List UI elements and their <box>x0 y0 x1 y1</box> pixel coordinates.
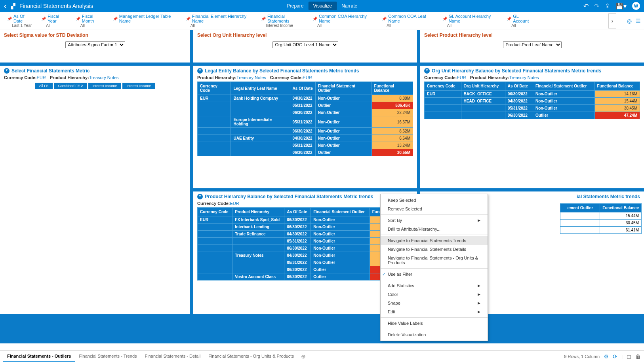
filter-gl-account[interactable]: 📌GL AccountAll <box>502 12 537 29</box>
menu-item[interactable]: Add Statistics▶ <box>381 281 488 290</box>
org-panel: Select Org Unit Hierarchy level Org Unit… <box>193 30 417 63</box>
filter-management-ledger-table-name[interactable]: 📌Management Ledger Table Name <box>108 12 181 29</box>
metric-btn[interactable]: All FE <box>35 82 53 89</box>
prod-select[interactable]: Product.Prod Leaf Name <box>503 41 562 48</box>
filter-financial-statements[interactable]: 📌Financial StatementsInterest Income <box>256 12 308 29</box>
tab-narrate[interactable]: Narrate <box>337 2 362 10</box>
context-menu[interactable]: Keep SelectedRemove SelectedSort By▶Dril… <box>380 194 488 341</box>
filter-common-coa-hierarchy-name[interactable]: 📌Common COA Hierarchy NameAll <box>308 12 377 29</box>
table-row[interactable]: 05/31/2022Non-Outlier13.24M <box>198 142 413 149</box>
sigma-title: Select Sigma value for STD Deviation <box>4 32 186 38</box>
org-unit-table[interactable]: Currency CodeOrg Unit HierarchyAs Of Dat… <box>424 81 640 119</box>
filter-bar: 📌As Of DateLast 1 Year📌Fiscal YearAll📌Fi… <box>0 12 644 30</box>
table-row[interactable]: EURBACK_OFFICE06/30/2022Non-Outlier14.16… <box>425 91 640 98</box>
menu-item[interactable]: Drill to Attribute/Hierarchy... <box>381 225 488 233</box>
filter-financial-element-hierarchy-name[interactable]: 📌Financial Element Hierarchy NameAll <box>181 12 256 29</box>
menu-item[interactable]: Navigate to Financial Statements Trends <box>381 236 488 245</box>
list-icon[interactable]: ☰ <box>636 18 641 24</box>
metric-title: Select Financial Statements Metric <box>4 68 186 74</box>
org-unit-panel: Org Unit Hierarchy Balance by Selected F… <box>420 66 644 188</box>
filter-fiscal-month[interactable]: 📌Fiscal MonthAll <box>71 12 108 29</box>
bottom-tab[interactable]: Financial Statements - Detail <box>141 351 205 362</box>
menu-item[interactable]: Navigate to Financial Statements - Org U… <box>381 254 488 267</box>
undo-icon[interactable]: ↶ <box>583 2 589 10</box>
table-row[interactable]: UAE Entity04/30/2022Non-Outlier6.64M <box>198 135 413 142</box>
bottom-bar: Financial Statements - OutliersFinancial… <box>0 350 644 362</box>
refresh-icon[interactable]: ⟳ <box>613 353 617 360</box>
bottom-tab[interactable]: Financial Statements - Org Units & Produ… <box>204 351 298 362</box>
mode-tabs: Prepare Visualize Narrate <box>282 2 362 10</box>
sort-icon[interactable]: ⚙ <box>604 353 609 360</box>
metric-btn[interactable]: Interest Income <box>88 82 121 89</box>
table-row[interactable]: EURBank Holding Company04/30/2022Non-Out… <box>198 95 413 102</box>
prod-title: Select Product Hierarchy level <box>424 32 640 38</box>
menu-item[interactable]: Delete Visualization <box>381 330 488 339</box>
header-actions: ↶ ↷ ⇪ 💾▾ W <box>583 2 640 10</box>
table-row[interactable]: Europe Intermediate Holding05/31/2022Non… <box>198 116 413 128</box>
menu-item[interactable]: Remove Selected <box>381 205 488 213</box>
top-bar: ‹ ▞ Financial Statements Analysis Prepar… <box>0 0 644 12</box>
table-row[interactable]: 06/30/2022Non-Outlier22.24M <box>198 109 413 116</box>
filter-icon[interactable] <box>197 194 203 199</box>
filter-fiscal-year[interactable]: 📌Fiscal YearAll <box>36 12 70 29</box>
page-title: Financial Statements Analysis <box>19 3 93 9</box>
menu-item[interactable]: Sort By▶ <box>381 216 488 225</box>
filter-icon[interactable] <box>4 68 10 74</box>
sigma-panel: Select Sigma value for STD Deviation Att… <box>0 30 190 63</box>
menu-item[interactable]: ✓Use as Filter <box>381 270 488 279</box>
filter-as-of-date[interactable]: 📌As Of DateLast 1 Year <box>2 12 36 29</box>
table-row[interactable]: 05/31/2022Outlier536.45K <box>198 102 413 109</box>
sigma-select[interactable]: Attributes.Sigma Factor 1 <box>65 41 125 48</box>
menu-item[interactable]: Edit▶ <box>381 307 488 316</box>
partial-table[interactable]: ement OutlierFunctional Balance15.44M30.… <box>560 203 642 234</box>
save-icon[interactable]: 💾▾ <box>615 2 627 10</box>
prod-panel: Select Product Hierarchy level Product.P… <box>420 30 644 63</box>
bottom-tab[interactable]: Financial Statements - Outliers <box>3 351 75 362</box>
legal-entity-table[interactable]: Currency CodeLegal Entity Leaf NameAs Of… <box>197 81 413 156</box>
menu-item[interactable]: Navigate to Financial Statements Details <box>381 245 488 254</box>
delete-icon[interactable]: 🗑 <box>635 353 641 360</box>
status-text: 9 Rows, 1 Column <box>564 354 600 359</box>
menu-item[interactable]: Color▶ <box>381 290 488 299</box>
dashboard-grid: Select Sigma value for STD Deviation Att… <box>0 30 644 343</box>
metric-btn[interactable]: Combined FE 2 <box>54 82 88 89</box>
redo-icon[interactable]: ↷ <box>594 2 599 10</box>
legal-entity-panel: Legal Entity Balance by Selected Financi… <box>193 66 417 188</box>
table-row[interactable]: 06/30/2022Non-Outlier8.62M <box>198 128 413 135</box>
scroll-right-button[interactable]: › <box>608 13 616 28</box>
bottom-tab[interactable]: Financial Statements - Trends <box>75 351 141 362</box>
org-title: Select Org Unit Hierarchy level <box>197 32 413 38</box>
avatar[interactable]: W <box>632 2 640 10</box>
menu-item[interactable]: Hide Value Labels <box>381 319 488 328</box>
tab-prepare[interactable]: Prepare <box>282 2 309 10</box>
chart-icon: ▞ <box>11 3 15 9</box>
menu-item[interactable]: Shape▶ <box>381 299 488 307</box>
org-select[interactable]: Org Unit.ORG Level 1 Name <box>272 41 338 48</box>
table-row[interactable]: 06/30/2022Outlier47.24M <box>425 112 640 119</box>
tab-visualize[interactable]: Visualize <box>308 2 337 10</box>
filter-icon[interactable] <box>197 68 203 74</box>
add-tab-button[interactable]: ⊕ <box>301 353 306 360</box>
back-button[interactable]: ‹ <box>4 2 6 10</box>
filter-icon[interactable] <box>424 68 430 74</box>
menu-item[interactable]: Keep Selected <box>381 196 488 205</box>
share-icon[interactable]: ⇪ <box>605 2 610 10</box>
metric-panel: Select Financial Statements Metric Curre… <box>0 66 190 314</box>
filter-gl-account-hierarchy-name[interactable]: 📌GL Account Hierarchy NameAll <box>438 12 502 29</box>
table-row[interactable]: 06/30/2022Outlier30.55M <box>198 149 413 156</box>
table-row[interactable]: HEAD_OFFICE04/30/2022Non-Outlier15.44M <box>425 98 640 105</box>
filter-common-coa-leaf-name[interactable]: 📌Common COA Leaf NameAll <box>377 12 437 29</box>
metric-btn[interactable]: Interest Income <box>122 82 155 89</box>
target-icon[interactable]: ◎ <box>627 18 632 24</box>
layout-icon[interactable]: ◻ <box>627 353 631 360</box>
table-row[interactable]: 05/31/2022Non-Outlier30.45M <box>425 105 640 112</box>
